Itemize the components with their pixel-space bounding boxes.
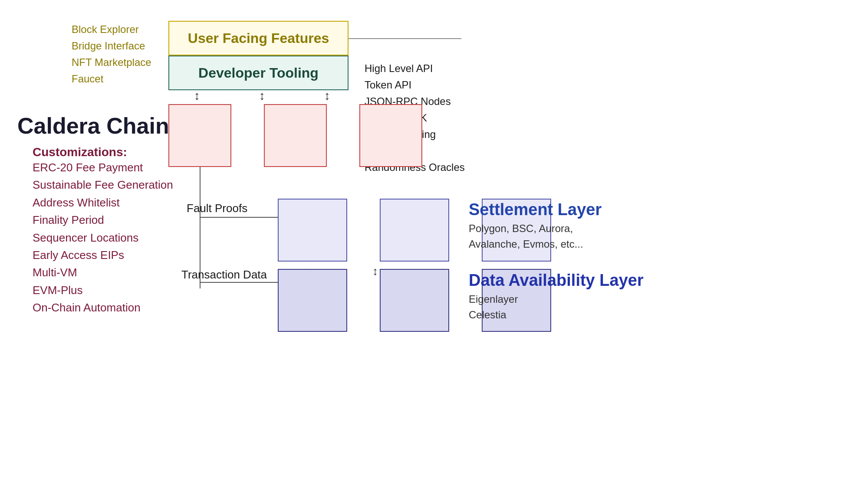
api-item-0: High Level API (365, 61, 465, 76)
settlement-subtitle-line2: Avalanche, Evmos, etc... (469, 238, 583, 250)
customizations-list: ERC-20 Fee Payment Sustainable Fee Gener… (33, 160, 173, 316)
custom-item-6: Multi-VM (33, 265, 173, 280)
bridge-interface-label: Bridge Interface (72, 38, 151, 54)
da-subtitle-line1: Eigenlayer (469, 293, 518, 305)
custom-item-0: ERC-20 Fee Payment (33, 160, 173, 175)
settlement-layer: Settlement Layer Polygon, BSC, Aurora, A… (469, 200, 602, 252)
da-layer-subtitle: Eigenlayer Celestia (469, 291, 644, 323)
settlement-layer-title: Settlement Layer (469, 200, 602, 219)
settlement-box-2 (380, 199, 449, 262)
faucet-label: Faucet (72, 71, 151, 87)
dev-tooling-title: Developer Tooling (198, 65, 319, 81)
da-box-1 (278, 269, 347, 332)
da-layer-title: Data Availability Layer (469, 271, 644, 290)
pink-box-2 (264, 104, 327, 167)
nft-marketplace-label: NFT Marketplace (72, 55, 151, 70)
custom-item-5: Early Access EIPs (33, 247, 173, 263)
custom-item-2: Address Whitelist (33, 195, 173, 210)
h-line-top (349, 38, 461, 39)
arrow-box2: ↕ (259, 89, 265, 103)
api-item-1: Token API (365, 77, 465, 93)
custom-item-4: Sequencer Locations (33, 230, 173, 245)
custom-item-7: EVM-Plus (33, 282, 173, 298)
block-explorer-label: Block Explorer (72, 22, 151, 37)
customizations-label: Customizations: (33, 145, 127, 159)
da-box-2 (380, 269, 449, 332)
tx-data-label: Transaction Data (181, 268, 267, 282)
da-subtitle-line2: Celestia (469, 309, 506, 321)
top-left-features: Block Explorer Bridge Interface NFT Mark… (72, 22, 151, 87)
fault-proofs-label: Fault Proofs (187, 202, 247, 215)
custom-item-8: On-Chain Automation (33, 300, 173, 315)
custom-item-3: Finality Period (33, 212, 173, 228)
pink-box-3 (359, 104, 422, 167)
pink-box-1 (168, 104, 231, 167)
caldera-chain-title: Caldera Chain (17, 113, 169, 139)
da-layer: Data Availability Layer Eigenlayer Celes… (469, 271, 644, 323)
settlement-layer-subtitle: Polygon, BSC, Aurora, Avalanche, Evmos, … (469, 221, 602, 252)
arrow-box3: ↕ (324, 89, 330, 103)
custom-item-1: Sustainable Fee Generation (33, 177, 173, 193)
arrow-box1: ↕ (194, 89, 200, 103)
settlement-box-1 (278, 199, 347, 262)
settlement-subtitle-line1: Polygon, BSC, Aurora, (469, 223, 573, 234)
user-facing-title: User Facing Features (188, 30, 329, 46)
user-facing-box: User Facing Features (168, 21, 349, 56)
dev-tooling-box: Developer Tooling (168, 56, 349, 90)
pink-boxes-row (168, 104, 422, 167)
